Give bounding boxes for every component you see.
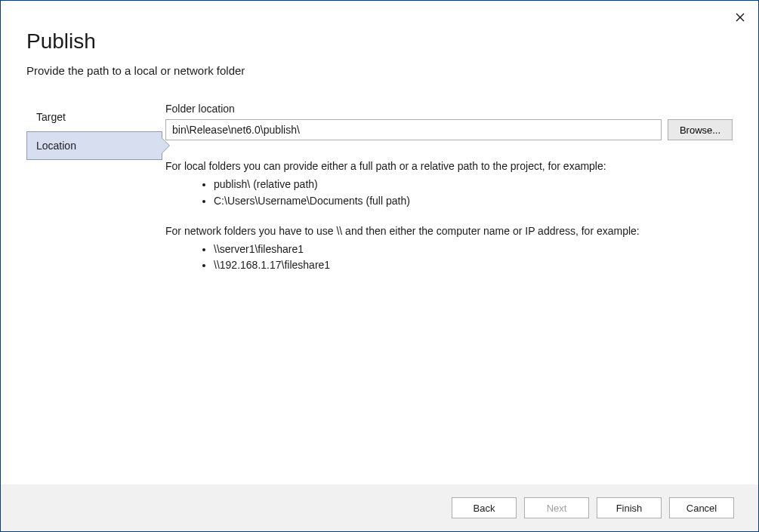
step-target[interactable]: Target xyxy=(26,103,162,131)
help-text: For local folders you can provide either… xyxy=(165,158,733,273)
back-button[interactable]: Back xyxy=(452,497,517,518)
close-icon xyxy=(736,13,745,22)
wizard-steps: Target Location xyxy=(26,103,162,288)
help-network-list: \\server1\fileshare1 \\192.168.1.17\file… xyxy=(165,241,733,273)
help-local-example: C:\Users\Username\Documents (full path) xyxy=(214,193,733,208)
help-local-example: publish\ (relative path) xyxy=(214,177,733,192)
page-subtitle: Provide the path to a local or network f… xyxy=(26,64,733,77)
help-local-list: publish\ (relative path) C:\Users\Userna… xyxy=(165,177,733,208)
folder-location-label: Folder location xyxy=(165,103,733,115)
browse-button[interactable]: Browse... xyxy=(668,119,733,140)
step-label: Location xyxy=(36,140,76,152)
help-network-intro: For network folders you have to use \\ a… xyxy=(165,223,733,238)
dialog-footer: Back Next Finish Cancel xyxy=(1,484,758,531)
help-local-intro: For local folders you can provide either… xyxy=(165,158,733,174)
dialog-header: Publish Provide the path to a local or n… xyxy=(1,1,758,85)
finish-button[interactable]: Finish xyxy=(597,497,662,518)
step-content: Folder location Browse... For local fold… xyxy=(162,103,733,288)
close-button[interactable] xyxy=(730,7,751,28)
next-button: Next xyxy=(524,497,589,518)
help-network-example: \\192.168.1.17\fileshare1 xyxy=(214,257,733,272)
step-location[interactable]: Location xyxy=(26,131,162,160)
page-title: Publish xyxy=(26,29,733,54)
folder-location-input[interactable] xyxy=(165,119,662,140)
step-label: Target xyxy=(36,111,66,123)
help-network-example: \\server1\fileshare1 xyxy=(214,241,733,257)
cancel-button[interactable]: Cancel xyxy=(669,497,734,518)
